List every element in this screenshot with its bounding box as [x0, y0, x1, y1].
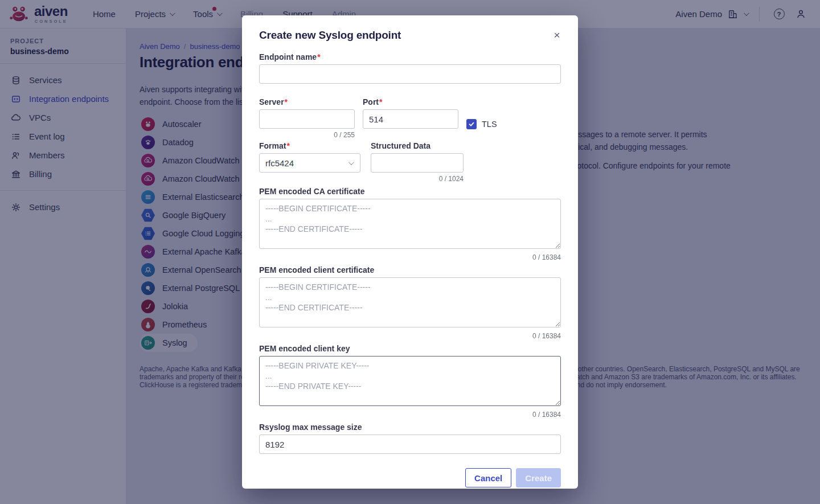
endpoint-name-input[interactable] — [259, 64, 561, 84]
client-certificate-textarea[interactable] — [259, 277, 561, 327]
format-label: Format* — [259, 141, 360, 150]
ca-certificate-textarea[interactable] — [259, 199, 561, 249]
checkmark-icon — [468, 121, 475, 128]
tls-label: TLS — [482, 120, 497, 129]
create-syslog-endpoint-modal: Create new Syslog endpoint × Endpoint na… — [242, 15, 578, 489]
ca-certificate-label: PEM encoded CA certificate — [259, 187, 561, 196]
format-select[interactable]: rfc5424 — [259, 153, 360, 173]
endpoint-name-label: Endpoint name* — [259, 52, 561, 62]
structured-data-label: Structured Data — [371, 141, 464, 150]
max-message-size-label: Rsyslog max message size — [259, 423, 561, 432]
port-input[interactable] — [363, 109, 458, 129]
server-input[interactable] — [259, 109, 355, 129]
server-label: Server* — [259, 97, 355, 106]
max-message-size-input[interactable] — [259, 435, 561, 454]
client-key-label: PEM encoded client key — [259, 344, 561, 353]
modal-title: Create new Syslog endpoint — [259, 29, 561, 42]
port-label: Port* — [363, 97, 458, 106]
server-char-counter: 0 / 255 — [259, 131, 355, 139]
close-icon[interactable]: × — [550, 28, 564, 43]
chevron-down-icon — [348, 159, 354, 165]
structured-data-char-counter: 0 / 1024 — [371, 175, 464, 183]
client-key-textarea[interactable] — [259, 356, 561, 406]
tls-checkbox[interactable] — [466, 119, 477, 129]
client-certificate-label: PEM encoded client certificate — [259, 265, 561, 274]
client-key-char-counter: 0 / 16384 — [259, 411, 561, 419]
structured-data-input[interactable] — [371, 153, 464, 173]
client-certificate-char-counter: 0 / 16384 — [259, 332, 561, 340]
ca-certificate-char-counter: 0 / 16384 — [259, 253, 561, 261]
format-selected-value: rfc5424 — [265, 158, 294, 168]
cancel-button[interactable]: Cancel — [465, 468, 511, 487]
create-button[interactable]: Create — [516, 468, 561, 487]
